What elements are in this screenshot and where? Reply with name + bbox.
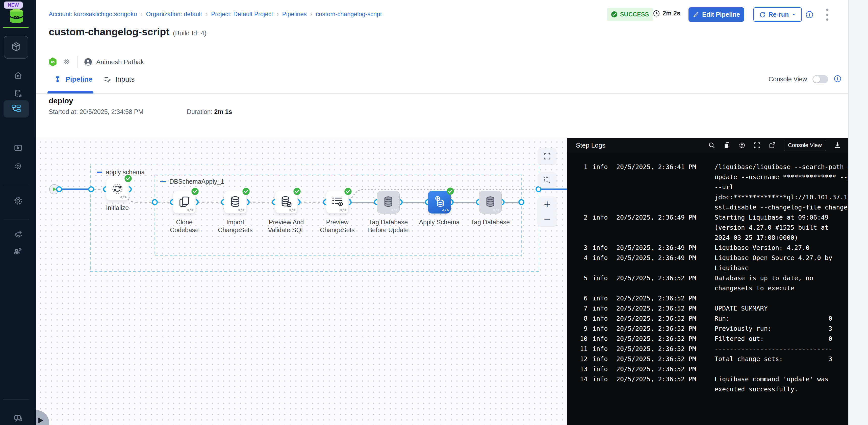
breadcrumb-link[interactable]: Organization: default [146, 10, 202, 18]
success-check-icon [344, 188, 352, 195]
pipeline-canvas[interactable]: apply schema DBSchemaApply_1 </>Initiali… [36, 138, 567, 425]
harness-dbops-logo[interactable]: ∞ [7, 7, 25, 23]
log-message: Filtered out: 0 [714, 334, 848, 344]
log-timestamp: 20/5/2025, 2:36:52 PM [616, 304, 701, 314]
canvas-zoom-controls: + − [537, 197, 557, 226]
log-entry: 2info20/5/2025, 2:36:49 PMStarting Liqui… [567, 213, 848, 243]
fullscreen-icon[interactable] [753, 142, 761, 149]
code-icon: </> [391, 208, 398, 212]
log-message: Total change sets: 3 [714, 354, 848, 364]
log-timestamp: 20/5/2025, 2:36:52 PM [616, 293, 701, 304]
log-line-number: 6 [567, 293, 588, 304]
log-timestamp: 20/5/2025, 2:36:52 PM [616, 324, 701, 334]
canvas-fullscreen-button[interactable] [538, 148, 556, 165]
breadcrumb-separator: › [276, 10, 278, 18]
pipeline-node[interactable]: </> [173, 191, 196, 214]
database-filled-icon [382, 195, 395, 208]
canvas-select-button[interactable] [538, 172, 556, 188]
copy-icon[interactable] [723, 142, 731, 149]
success-check-icon [191, 188, 199, 195]
breadcrumb-link[interactable]: Account: kurosakiichigo.songoku [49, 10, 137, 18]
step-logs-panel: Step Logs Console View 1info20/5/2025, 2… [567, 138, 848, 425]
zoom-in-button[interactable]: + [544, 199, 550, 210]
pipeline-node[interactable]: </> [224, 191, 247, 214]
collapse-group-icon[interactable] [97, 172, 102, 173]
log-timestamp: 20/5/2025, 2:36:52 PM [616, 364, 701, 374]
log-line-number: 2 [567, 213, 588, 223]
console-view-toggle[interactable] [812, 75, 828, 83]
search-icon[interactable] [708, 142, 715, 149]
log-line-number: 9 [567, 324, 588, 334]
pipeline-node[interactable]: </> [106, 178, 129, 201]
breadcrumb-link[interactable]: Pipelines [282, 10, 307, 18]
svg-text:?: ? [17, 416, 19, 420]
log-timestamp: 20/5/2025, 2:36:52 PM [616, 314, 701, 324]
sidebar-item-pipelines[interactable] [3, 100, 29, 117]
sidebar-item-executions[interactable] [0, 143, 36, 154]
log-level: info [593, 344, 610, 354]
info-icon[interactable] [805, 10, 813, 20]
success-check-icon [242, 188, 250, 195]
log-level: info [593, 162, 610, 172]
sidebar-item-settings[interactable] [0, 196, 36, 207]
log-line-number: 12 [567, 354, 588, 364]
tab-inputs[interactable]: Inputs [104, 75, 134, 83]
log-entry: 10info20/5/2025, 2:36:52 PMFiltered out:… [567, 334, 848, 344]
rerun-icon [759, 11, 766, 18]
log-body[interactable]: 1info20/5/2025, 2:36:41 PM/liquibase/liq… [567, 153, 848, 425]
help-chat-icon: ? [13, 414, 24, 425]
breadcrumb-link[interactable]: Project: Default Project [211, 10, 273, 18]
sidebar-item-databases[interactable] [0, 89, 36, 99]
log-entry: 6info20/5/2025, 2:36:52 PM [567, 293, 848, 304]
collapse-group-icon[interactable] [160, 181, 166, 182]
sidebar-item-help[interactable]: ? [0, 414, 36, 425]
sidebar-item-home[interactable] [0, 71, 36, 81]
breadcrumb-separator: › [310, 10, 312, 18]
code-icon: </> [187, 208, 194, 212]
stage-duration: Duration: 2m 1s [187, 108, 232, 115]
pipeline-settings-gear-icon[interactable] [62, 57, 70, 66]
log-message: Database is up to date, nochangesets to … [714, 273, 848, 293]
pipeline-node[interactable]: </> [479, 191, 502, 214]
breadcrumb-link[interactable]: custom-changelog-script [316, 10, 382, 18]
sidebar-item-stage-settings[interactable] [0, 162, 36, 172]
open-in-new-icon[interactable] [769, 142, 776, 149]
chevron-down-icon [791, 12, 796, 17]
log-entry: 5info20/5/2025, 2:36:52 PMDatabase is up… [567, 273, 848, 293]
sidebar-item-org-structure[interactable] [0, 246, 36, 257]
pipeline-node[interactable]: </> [428, 191, 451, 214]
log-level: info [593, 293, 610, 304]
breadcrumb: Account: kurosakiichigo.songoku›Organiza… [49, 10, 382, 18]
console-view-info-icon[interactable] [834, 75, 841, 84]
clock-icon [653, 10, 660, 17]
pipeline-node[interactable]: </> [275, 191, 298, 214]
check-circle-icon [611, 11, 618, 18]
settings-icon[interactable] [738, 142, 746, 149]
pipeline-node[interactable]: </> [326, 191, 349, 214]
more-options-kebab[interactable] [826, 8, 829, 21]
console-view-button[interactable]: Console View [784, 140, 826, 151]
log-level: info [593, 213, 610, 223]
pipeline-node[interactable]: </> [377, 191, 400, 214]
executions-icon [13, 143, 23, 154]
code-icon: </> [238, 208, 245, 212]
console-view-label: Console View [769, 76, 807, 83]
zoom-out-button[interactable]: − [544, 214, 550, 225]
stage-group-label: apply schema [97, 169, 145, 176]
edit-pipeline-button[interactable]: Edit Pipeline [688, 7, 744, 22]
rerun-button[interactable]: Re-run [753, 7, 802, 22]
home-icon [13, 71, 23, 81]
database-icon [229, 195, 242, 208]
build-id: (Build Id: 4) [173, 29, 207, 37]
log-level: info [593, 273, 610, 283]
log-message [714, 364, 848, 374]
log-message: UPDATE SUMMARY [714, 304, 848, 314]
log-message: Previously run: 3 [714, 324, 848, 334]
log-line-number: 3 [567, 243, 588, 253]
download-icon[interactable] [834, 142, 841, 149]
sidebar-divider [3, 220, 29, 220]
tab-pipeline[interactable]: Pipeline [54, 75, 92, 83]
sidebar-item-module[interactable] [4, 36, 28, 59]
sidebar-item-environments[interactable] [0, 229, 36, 240]
log-timestamp: 20/5/2025, 2:36:49 PM [616, 243, 701, 253]
